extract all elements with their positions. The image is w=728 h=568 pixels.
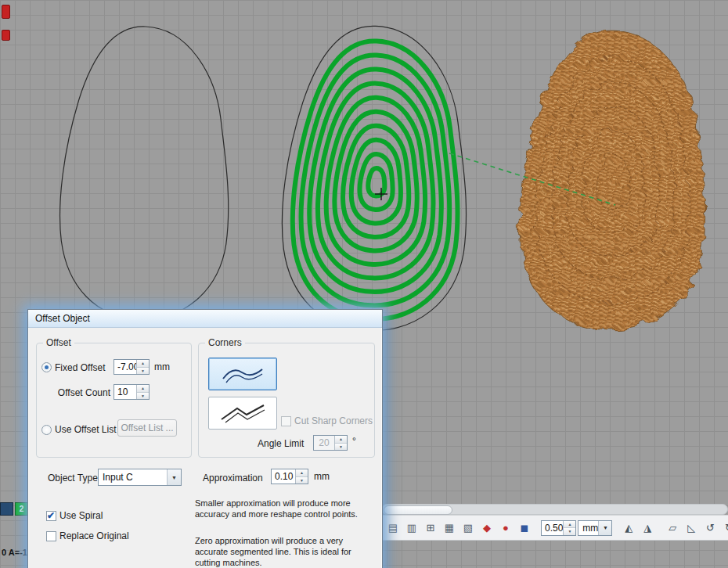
fixed-offset-input[interactable]: -7.00	[114, 359, 150, 375]
cut-sharp-corners-label: Cut Sharp Corners	[294, 415, 373, 426]
object-type-dropdown[interactable]: Input C	[98, 469, 182, 486]
layer-badge-2[interactable]: 2	[15, 502, 28, 516]
outline-shape[interactable]	[60, 27, 229, 319]
spinner-up-icon[interactable]	[296, 469, 308, 477]
approximation-help-1: Smaller approximation will produce more …	[195, 498, 373, 519]
spiral-offset-shape[interactable]	[282, 26, 466, 330]
layer-badges: 2	[0, 502, 28, 516]
hoop-icon[interactable]: ◆	[478, 519, 496, 537]
stitch-length-value: 0.50	[542, 521, 563, 535]
layer-badge-1[interactable]	[0, 502, 13, 516]
stitch-view-icon[interactable]: ▤	[384, 519, 402, 537]
offset-object-dialog: Offset Object Offset Fixed Offset -7.00 …	[27, 309, 383, 568]
red-marker2-icon[interactable]	[2, 30, 10, 41]
fixed-offset-unit: mm	[154, 361, 170, 372]
approximation-unit: mm	[314, 471, 330, 482]
mirror-vertical-icon[interactable]: ◮	[639, 519, 656, 537]
object-type-label: Object Type	[48, 473, 98, 484]
approximation-input[interactable]: 0.10	[271, 469, 308, 484]
spinner-up-icon[interactable]	[564, 521, 575, 529]
rotate-ccw-icon[interactable]: ↺	[701, 519, 719, 537]
chevron-down-icon	[598, 521, 611, 535]
offset-list-button[interactable]: Offset List ...	[117, 419, 177, 437]
spinner-down-icon[interactable]	[137, 368, 149, 375]
corners-group-label: Corners	[205, 337, 245, 348]
unit-value: mm	[578, 521, 598, 535]
connectors-icon[interactable]: ▧	[460, 519, 477, 537]
chevron-down-icon	[167, 469, 181, 485]
skew-left-icon[interactable]: ◺	[683, 519, 700, 537]
smooth-corners-icon	[218, 363, 267, 385]
needle-points-icon[interactable]: ▦	[441, 519, 458, 537]
dialog-title: Offset Object	[35, 313, 90, 324]
scrollbar-thumb[interactable]	[384, 505, 452, 515]
mirror-horizontal-icon[interactable]: ◭	[620, 519, 637, 537]
cut-sharp-corners-checkbox[interactable]	[281, 416, 291, 426]
offset-group-label: Offset	[43, 337, 74, 348]
spinner-down-icon[interactable]	[564, 528, 575, 535]
replace-original-checkbox[interactable]	[46, 531, 56, 541]
red-marker-icon[interactable]	[2, 5, 10, 19]
spinner-down-icon[interactable]	[137, 393, 149, 400]
replace-original-label: Replace Original	[59, 530, 129, 541]
angle-limit-label: Angle Limit	[258, 438, 304, 449]
spiral-offsets	[293, 41, 458, 318]
sharp-corners-button[interactable]	[208, 397, 277, 430]
spinner-up-icon[interactable]	[335, 436, 347, 444]
angle-limit-unit: °	[352, 436, 356, 447]
use-spiral-label: Use Spiral	[59, 510, 103, 521]
dialog-titlebar[interactable]: Offset Object	[28, 310, 382, 328]
stitch-length-input[interactable]: 0.50	[541, 520, 576, 536]
spinner-down-icon[interactable]	[335, 444, 347, 451]
outline-view-icon[interactable]: ▥	[403, 519, 420, 537]
thread-color-icon[interactable]: ●	[497, 519, 514, 537]
fixed-offset-label: Fixed Offset	[55, 362, 105, 373]
spinner-up-icon[interactable]	[137, 385, 149, 393]
density-icon[interactable]: ◼	[516, 519, 533, 537]
toolbar-icons-rotate: ▱◺↺↻	[664, 519, 728, 537]
unit-dropdown[interactable]: mm	[578, 520, 612, 536]
approximation-label: Approximation	[203, 473, 263, 484]
bottom-bar: ▤▥⊞▦▧◆●◼ 0.50 mm ◭◮ ▱◺↺↻	[381, 504, 728, 541]
spinner-down-icon[interactable]	[296, 477, 308, 484]
rotate-cw-icon[interactable]: ↻	[720, 519, 728, 537]
skew-icon[interactable]: ▱	[664, 519, 681, 537]
approximation-help-2: Zero approximation will produce a very a…	[195, 535, 373, 568]
use-offset-list-radio[interactable]	[41, 425, 52, 435]
angle-limit-input[interactable]: 20	[313, 435, 348, 451]
offset-group: Offset Fixed Offset -7.00 mm Offset Coun…	[36, 343, 192, 458]
offset-count-input[interactable]: 10	[114, 384, 150, 400]
stitched-shape[interactable]	[519, 31, 705, 329]
bottom-toolbar: ▤▥⊞▦▧◆●◼ 0.50 mm ◭◮ ▱◺↺↻	[381, 515, 728, 541]
offset-count-label: Offset Count	[43, 387, 110, 398]
grid-toggle-icon[interactable]: ⊞	[422, 519, 439, 537]
fixed-offset-radio[interactable]	[41, 362, 52, 372]
horizontal-scrollbar[interactable]	[381, 504, 728, 515]
use-spiral-checkbox[interactable]	[46, 511, 56, 521]
toolbar-icons-left: ▤▥⊞▦▧◆●◼	[384, 519, 533, 537]
smooth-corners-button[interactable]	[208, 358, 277, 390]
toolbar-icons-mirror: ◭◮	[620, 519, 656, 537]
corners-group: Corners Cut Sharp Corners Angle Limit 20…	[198, 343, 375, 458]
use-offset-list-label: Use Offset List	[55, 424, 116, 435]
spinner-up-icon[interactable]	[137, 360, 149, 368]
sharp-corners-icon	[218, 402, 267, 424]
